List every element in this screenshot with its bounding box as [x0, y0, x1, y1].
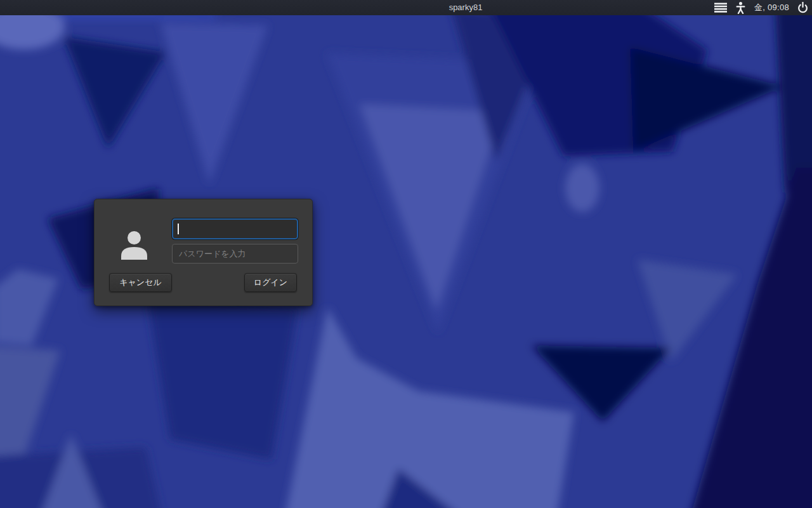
login-button[interactable]: ログイン	[244, 273, 297, 292]
user-avatar-icon	[121, 231, 147, 260]
power-button[interactable]	[797, 2, 808, 13]
username-field-wrap	[172, 218, 298, 239]
login-dialog: キャンセル ログイン	[94, 199, 313, 306]
accessibility-icon	[735, 2, 746, 14]
username-input[interactable]	[172, 218, 298, 239]
clock[interactable]: 金, 09:08	[754, 2, 789, 13]
main-menu-button[interactable]	[714, 3, 727, 13]
hamburger-menu-icon	[714, 3, 727, 13]
hostname-label: sparky81	[449, 0, 483, 15]
power-icon	[797, 2, 808, 13]
cancel-button[interactable]: キャンセル	[109, 273, 172, 292]
system-tray: 金, 09:08	[714, 0, 808, 15]
top-panel: sparky81	[0, 0, 812, 15]
password-input[interactable]	[172, 244, 298, 264]
text-caret	[178, 224, 179, 234]
accessibility-button[interactable]	[735, 2, 746, 14]
